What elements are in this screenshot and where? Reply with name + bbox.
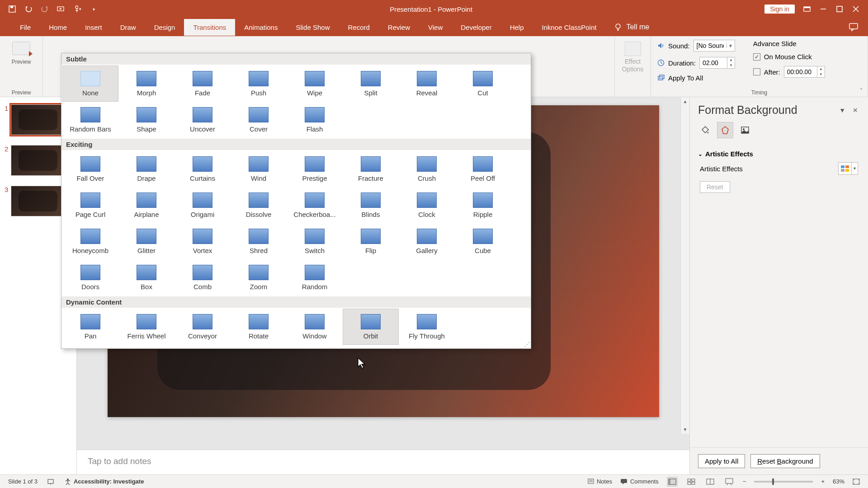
task-pane-options-icon[interactable]: ▼: [837, 105, 847, 116]
transition-split[interactable]: Split: [343, 66, 399, 102]
checkbox-checked-icon[interactable]: ✓: [753, 53, 760, 61]
transition-origami[interactable]: Origami: [175, 187, 231, 223]
scroll-down-icon[interactable]: ▼: [683, 427, 688, 432]
notes-button[interactable]: Notes: [588, 478, 612, 485]
tab-insert[interactable]: Insert: [76, 19, 111, 36]
zoom-out-icon[interactable]: −: [743, 478, 746, 485]
tab-record[interactable]: Record: [339, 19, 378, 36]
maximize-icon[interactable]: [835, 5, 844, 13]
zoom-in-icon[interactable]: +: [821, 478, 825, 485]
transition-ferris-wheel[interactable]: Ferris Wheel: [118, 309, 175, 345]
transition-vortex[interactable]: Vortex: [175, 223, 231, 259]
transition-random[interactable]: Random: [287, 259, 343, 296]
vertical-scrollbar[interactable]: ▲ ▼: [680, 97, 689, 434]
collapse-ribbon-icon[interactable]: ˄: [860, 88, 863, 94]
fill-tab[interactable]: [697, 122, 713, 138]
undo-icon[interactable]: [24, 5, 33, 13]
transition-page-curl[interactable]: Page Curl: [62, 187, 118, 223]
transition-crush[interactable]: Crush: [399, 151, 455, 187]
transition-peel-off[interactable]: Peel Off: [455, 151, 511, 187]
chevron-down-icon[interactable]: ▼: [726, 43, 735, 48]
after-row[interactable]: After: ▲▼: [753, 66, 825, 78]
save-icon[interactable]: [8, 5, 16, 13]
transition-cover[interactable]: Cover: [231, 102, 287, 138]
transition-fall-over[interactable]: Fall Over: [62, 151, 118, 187]
duration-value[interactable]: [700, 57, 727, 68]
redo-icon[interactable]: [41, 5, 49, 13]
transition-airplane[interactable]: Airplane: [118, 187, 175, 223]
zoom-value[interactable]: 63%: [833, 478, 844, 485]
transition-prestige[interactable]: Prestige: [287, 151, 343, 187]
effects-tab[interactable]: [717, 122, 733, 138]
tab-help[interactable]: Help: [501, 19, 533, 36]
effect-options-button[interactable]: Effect Options: [622, 39, 643, 73]
transition-gallery[interactable]: Gallery: [399, 223, 455, 259]
transition-fade[interactable]: Fade: [175, 66, 231, 102]
ribbon-display-icon[interactable]: [803, 5, 811, 13]
transition-shred[interactable]: Shred: [231, 223, 287, 259]
transition-window[interactable]: Window: [287, 309, 343, 345]
tab-home[interactable]: Home: [40, 19, 76, 36]
close-icon[interactable]: [852, 5, 860, 13]
transition-conveyor[interactable]: Conveyor: [175, 309, 231, 345]
transition-none[interactable]: None: [62, 66, 118, 102]
tab-review[interactable]: Review: [379, 19, 419, 36]
tab-view[interactable]: View: [419, 19, 452, 36]
transition-zoom[interactable]: Zoom: [231, 259, 287, 296]
comments-button[interactable]: Comments: [620, 478, 659, 485]
transition-random-bars[interactable]: Random Bars: [62, 102, 118, 138]
transition-cut[interactable]: Cut: [455, 66, 511, 102]
accessibility-button[interactable]: Accessibility: Investigate: [65, 478, 144, 485]
transition-drape[interactable]: Drape: [118, 151, 175, 187]
transition-cube[interactable]: Cube: [455, 223, 511, 259]
apply-to-all-button[interactable]: Apply To All: [657, 74, 735, 82]
transition-comb[interactable]: Comb: [175, 259, 231, 296]
transition-fracture[interactable]: Fracture: [343, 151, 399, 187]
transition-box[interactable]: Box: [118, 259, 175, 296]
preview-button[interactable]: Preview: [12, 39, 31, 65]
notes-pane[interactable]: Tap to add notes: [77, 450, 689, 474]
transition-curtains[interactable]: Curtains: [175, 151, 231, 187]
touch-mode-icon[interactable]: ▾: [73, 5, 81, 13]
sign-in-button[interactable]: Sign in: [764, 5, 795, 14]
transition-doors[interactable]: Doors: [62, 259, 118, 296]
slideshow-from-start-icon[interactable]: [57, 5, 65, 13]
slide-counter[interactable]: Slide 1 of 3: [8, 478, 38, 485]
transition-gallery-popup[interactable]: SubtleNoneMorphFadePushWipeSplitRevealCu…: [61, 53, 531, 349]
slide-sorter-view-icon[interactable]: [686, 477, 697, 487]
chevron-down-icon[interactable]: ▼: [851, 163, 858, 174]
tab-developer[interactable]: Developer: [452, 19, 500, 36]
transition-flip[interactable]: Flip: [343, 223, 399, 259]
transition-push[interactable]: Push: [231, 66, 287, 102]
slideshow-view-icon[interactable]: [724, 477, 735, 487]
transition-ripple[interactable]: Ripple: [455, 187, 511, 223]
reset-background-button[interactable]: Reset Background: [750, 454, 820, 468]
tab-file[interactable]: File: [11, 19, 40, 36]
spin-down-icon[interactable]: ▼: [817, 72, 825, 77]
checkbox-unchecked-icon[interactable]: [753, 68, 760, 75]
fit-to-window-icon[interactable]: [853, 479, 860, 485]
transition-shape[interactable]: Shape: [118, 102, 175, 138]
comments-pane-icon[interactable]: [849, 23, 858, 31]
minimize-icon[interactable]: [819, 5, 827, 13]
qat-customize-icon[interactable]: ▾: [90, 5, 98, 13]
spin-up-icon[interactable]: ▲: [727, 57, 735, 63]
reading-view-icon[interactable]: [705, 477, 716, 487]
transition-pan[interactable]: Pan: [62, 309, 118, 345]
tab-design[interactable]: Design: [145, 19, 184, 36]
close-pane-icon[interactable]: ✕: [851, 105, 860, 116]
normal-view-icon[interactable]: [667, 477, 678, 487]
thumb-image[interactable]: [11, 104, 65, 135]
apply-to-all-button[interactable]: Apply to All: [698, 454, 745, 468]
transition-honeycomb[interactable]: Honeycomb: [62, 223, 118, 259]
transition-fly-through[interactable]: Fly Through: [399, 309, 455, 345]
spin-down-icon[interactable]: ▼: [727, 63, 735, 68]
transition-switch[interactable]: Switch: [287, 223, 343, 259]
thumb-image[interactable]: [11, 145, 65, 176]
tab-inknoe-classpoint[interactable]: Inknoe ClassPoint: [533, 19, 606, 36]
artistic-effects-section-toggle[interactable]: ⌄ Artistic Effects: [698, 150, 860, 158]
tab-transitions[interactable]: Transitions: [184, 19, 235, 36]
transition-uncover[interactable]: Uncover: [175, 102, 231, 138]
spin-up-icon[interactable]: ▲: [817, 66, 825, 72]
duration-spinner[interactable]: ▲▼: [699, 57, 735, 69]
